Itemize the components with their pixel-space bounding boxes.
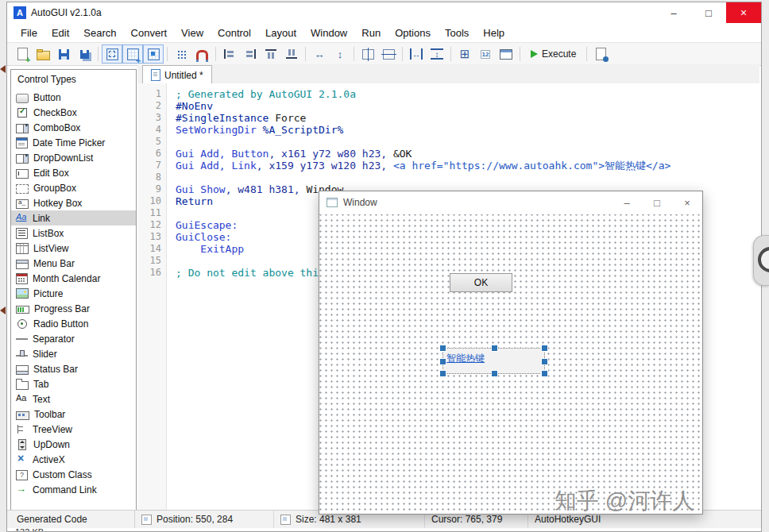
control-type-command-link[interactable]: Command Link [11,482,136,497]
save-all-button[interactable] [74,44,95,64]
center-vertical-button[interactable] [378,44,399,64]
control-box-button[interactable] [143,44,164,64]
control-type-month-calendar[interactable]: Month Calendar [11,271,136,286]
new-script-button[interactable] [12,44,33,64]
align-top-button[interactable] [261,44,281,64]
show-grid-button[interactable] [171,44,191,64]
control-type-button[interactable]: Button [11,90,136,105]
control-type-combobox[interactable]: ComboBox [11,120,136,135]
control-type-hotkey-box[interactable]: Hotkey Box [11,195,136,210]
preview-close-button[interactable]: × [672,191,702,214]
control-type-label: ActiveX [33,454,65,465]
center-horizontal-icon [362,49,374,60]
menu-item-view[interactable]: View [174,25,211,41]
menu-item-layout[interactable]: Layout [258,25,303,41]
control-type-listbox[interactable]: ListBox [11,226,136,241]
edge-flyout[interactable] [753,235,769,286]
selection-handle-ne[interactable] [541,345,548,352]
link-control-selected[interactable]: 智能热键 [442,348,545,374]
snap-to-grid-button[interactable] [191,44,212,64]
tab-order-button[interactable] [475,44,496,64]
code-line-5[interactable] [176,136,759,148]
maximize-button[interactable]: □ [691,2,726,23]
tab-icon [16,381,29,390]
center-horizontal-button[interactable] [357,44,378,64]
control-type-custom-class[interactable]: Custom Class [11,467,136,482]
menu-item-file[interactable]: File [14,25,44,41]
execute-button[interactable]: Execute [524,44,583,64]
control-type-label: Month Calendar [33,273,100,284]
control-type-dropdownlist[interactable]: DropDownList [11,150,136,165]
code-line-6[interactable]: Gui Add, Button, x161 y72 w80 h23, &OK [176,148,759,160]
control-type-status-bar[interactable]: Status Bar [11,361,136,376]
code-line-3[interactable]: #SingleInstance Force [176,112,759,124]
minimize-button[interactable]: – [656,2,691,23]
tab-untitled[interactable]: Untitled * [142,65,212,84]
ok-button-control[interactable]: OK [450,273,512,292]
control-type-progress-bar[interactable]: Progress Bar [11,301,136,316]
control-type-menu-bar[interactable]: Menu Bar [11,256,136,271]
control-type-groupbox[interactable]: GroupBox [11,180,136,195]
menu-item-edit[interactable]: Edit [44,25,76,41]
menu-item-convert[interactable]: Convert [124,25,175,41]
align-bottom-button[interactable] [281,44,302,64]
menu-item-search[interactable]: Search [76,25,123,41]
selection-handle-nw[interactable] [439,345,446,352]
control-type-text[interactable]: Text [11,391,136,407]
selection-handle-s[interactable] [491,370,498,377]
align-right-button[interactable] [240,44,261,64]
menu-item-control[interactable]: Control [211,25,258,41]
space-vertical-button[interactable] [427,44,447,64]
selection-handle-e[interactable] [541,358,548,365]
menu-item-options[interactable]: Options [388,25,438,41]
same-width-button[interactable] [309,44,330,64]
menu-item-run[interactable]: Run [354,25,388,41]
link-control-text[interactable]: 智能热键 [446,352,485,365]
selection-handle-n[interactable] [491,345,498,352]
control-type-listview[interactable]: ListView [11,241,136,256]
space-horizontal-button[interactable] [406,44,427,64]
open-script-button[interactable] [33,44,53,64]
code-line-8[interactable] [176,172,759,183]
control-type-toolbar[interactable]: Toolbar [11,407,136,422]
code-line-4[interactable]: SetWorkingDir %A_ScriptDir% [176,124,759,136]
control-type-label: Date Time Picker [33,137,105,148]
code-line-7[interactable]: Gui Add, Link, x159 y173 w120 h23, <a hr… [176,160,759,172]
select-mode-button[interactable] [102,44,122,64]
control-type-tab[interactable]: Tab [11,376,136,391]
preview-maximize-button[interactable]: □ [642,191,672,214]
control-type-separator[interactable]: Separator [11,331,136,346]
menu-item-help[interactable]: Help [476,25,512,41]
control-type-link[interactable]: Link [11,210,136,226]
size-to-grid-button[interactable] [454,44,475,64]
preview-window[interactable]: Window – □ × OK 智能热键 [319,191,703,515]
selection-handle-w[interactable] [439,358,446,365]
menu-item-window[interactable]: Window [303,25,354,41]
preview-minimize-button[interactable]: – [612,191,642,214]
control-type-activex[interactable]: ActiveX [11,452,136,467]
same-height-button[interactable] [330,44,350,64]
close-button[interactable]: × [726,2,761,23]
generated-code-panel[interactable]: Generated Code [7,511,135,528]
add-control-button[interactable] [122,44,143,64]
selection-handle-se[interactable] [541,370,548,377]
preview-window-button[interactable] [496,44,516,64]
control-type-updown[interactable]: UpDown [11,437,136,452]
code-line-2[interactable]: #NoEnv [176,100,759,112]
control-type-picture[interactable]: Picture [11,286,136,301]
control-type-date-time-picker[interactable]: Date Time Picker [11,135,136,150]
align-left-button[interactable] [219,44,240,64]
save-script-button[interactable] [53,44,74,64]
control-type-treeview[interactable]: TreeView [11,422,136,437]
control-type-checkbox[interactable]: CheckBox [11,105,136,120]
preview-design-surface[interactable]: OK 智能热键 [319,214,702,514]
code-line-1[interactable]: ; Generated by AutoGUI 2.1.0a [176,88,759,100]
control-type-radio-button[interactable]: Radio Button [11,316,136,331]
control-type-slider[interactable]: Slider [11,346,136,361]
control-type-edit-box[interactable]: Edit Box [11,165,136,180]
convert-script-button[interactable] [590,44,611,64]
menu-item-tools[interactable]: Tools [438,25,476,41]
selection-handle-sw[interactable] [439,370,446,377]
treeview-icon [16,424,28,435]
preview-title-bar[interactable]: Window – □ × [319,191,702,214]
